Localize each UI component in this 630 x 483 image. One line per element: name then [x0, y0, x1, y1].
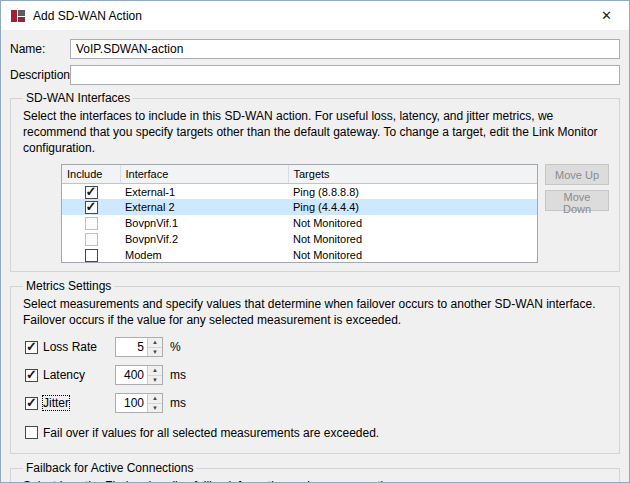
- loss-rate-label: Loss Rate: [43, 340, 97, 354]
- table-row[interactable]: BovpnVif.1 Not Monitored: [62, 215, 537, 231]
- latency-spinner[interactable]: ▲ ▼: [115, 365, 163, 385]
- loss-rate-spinner[interactable]: ▲ ▼: [115, 337, 163, 357]
- interface-target: Not Monitored: [288, 215, 537, 231]
- jitter-checkbox[interactable]: [25, 397, 38, 410]
- latency-unit: ms: [170, 368, 186, 382]
- sdwan-interfaces-title: SD-WAN Interfaces: [23, 91, 133, 105]
- interface-name: External 2: [120, 199, 288, 215]
- all-measurements-checkbox[interactable]: [25, 426, 38, 439]
- jitter-unit: ms: [170, 396, 186, 410]
- table-row[interactable]: Modem Not Monitored: [62, 247, 537, 263]
- column-header-include[interactable]: Include: [62, 165, 120, 183]
- all-measurements-label: Fail over if values for all selected mea…: [43, 426, 379, 440]
- titlebar: Add SD-WAN Action ✕: [1, 1, 629, 30]
- interface-target: Ping (8.8.8.8): [288, 183, 537, 199]
- table-row[interactable]: BovpnVif.2 Not Monitored: [62, 231, 537, 247]
- interface-name: BovpnVif.2: [120, 231, 288, 247]
- spin-down-icon[interactable]: ▼: [148, 404, 162, 413]
- description-row: Description:: [10, 65, 620, 85]
- table-header-row: Include Interface Targets: [62, 165, 537, 183]
- spin-down-icon[interactable]: ▼: [148, 348, 162, 357]
- spin-up-icon[interactable]: ▲: [148, 394, 162, 404]
- failback-group: Failback for Active Connections Select h…: [10, 461, 620, 483]
- spin-down-icon[interactable]: ▼: [148, 376, 162, 385]
- name-input[interactable]: [70, 39, 620, 59]
- spin-up-icon[interactable]: ▲: [148, 338, 162, 348]
- interface-name: Modem: [120, 247, 288, 263]
- loss-rate-row: Loss Rate ▲ ▼ %: [25, 337, 609, 357]
- all-measurements-row: Fail over if values for all selected mea…: [25, 425, 609, 443]
- include-checkbox[interactable]: [85, 249, 98, 262]
- spin-up-icon[interactable]: ▲: [148, 366, 162, 376]
- include-checkbox[interactable]: [85, 217, 98, 230]
- latency-row: Latency ▲ ▼ ms: [25, 365, 609, 385]
- interface-name: External-1: [120, 183, 288, 199]
- description-label: Description:: [10, 68, 70, 82]
- close-icon[interactable]: ✕: [584, 1, 629, 30]
- move-up-button[interactable]: Move Up: [545, 164, 609, 185]
- latency-input[interactable]: [116, 366, 147, 384]
- sdwan-interfaces-description: Select the interfaces to include in this…: [23, 109, 607, 156]
- jitter-input[interactable]: [116, 394, 147, 412]
- jitter-spinner[interactable]: ▲ ▼: [115, 393, 163, 413]
- latency-checkbox[interactable]: [25, 369, 38, 382]
- description-input[interactable]: [70, 65, 620, 85]
- interface-target: Not Monitored: [288, 231, 537, 247]
- dialog-body: Name: Description: SD-WAN Interfaces Sel…: [1, 30, 629, 483]
- sdwan-interfaces-group: SD-WAN Interfaces Select the interfaces …: [10, 91, 620, 272]
- window-title: Add SD-WAN Action: [33, 9, 584, 23]
- interface-target: Ping (4.4.4.4): [288, 199, 537, 215]
- loss-rate-checkbox[interactable]: [25, 341, 38, 354]
- include-checkbox[interactable]: [85, 201, 98, 214]
- interface-name: BovpnVif.1: [120, 215, 288, 231]
- loss-rate-input[interactable]: [116, 338, 147, 356]
- include-checkbox[interactable]: [85, 233, 98, 246]
- metrics-settings-description: Select measurements and specify values t…: [23, 297, 607, 329]
- table-row[interactable]: External 2 Ping (4.4.4.4): [62, 199, 537, 215]
- metrics-settings-title: Metrics Settings: [23, 279, 114, 293]
- metrics-settings-group: Metrics Settings Select measurements and…: [10, 279, 620, 454]
- latency-label: Latency: [43, 368, 85, 382]
- loss-rate-unit: %: [170, 340, 181, 354]
- app-icon: [10, 8, 26, 24]
- failback-description: Select how the Firebox handles failback …: [23, 479, 607, 483]
- column-header-targets[interactable]: Targets: [288, 165, 537, 183]
- table-row[interactable]: External-1 Ping (8.8.8.8): [62, 183, 537, 199]
- name-row: Name:: [10, 39, 620, 59]
- interface-target: Not Monitored: [288, 247, 537, 263]
- move-down-button[interactable]: Move Down: [545, 190, 609, 211]
- column-header-interface[interactable]: Interface: [120, 165, 288, 183]
- failback-title: Failback for Active Connections: [23, 461, 196, 475]
- interfaces-table: Include Interface Targets External-1 Pin…: [61, 164, 538, 263]
- add-sdwan-action-dialog: Add SD-WAN Action ✕ Name: Description: S…: [0, 0, 630, 483]
- name-label: Name:: [10, 42, 70, 56]
- jitter-label: Jitter: [43, 396, 69, 410]
- include-checkbox[interactable]: [85, 186, 98, 199]
- jitter-row: Jitter ▲ ▼ ms: [25, 393, 609, 413]
